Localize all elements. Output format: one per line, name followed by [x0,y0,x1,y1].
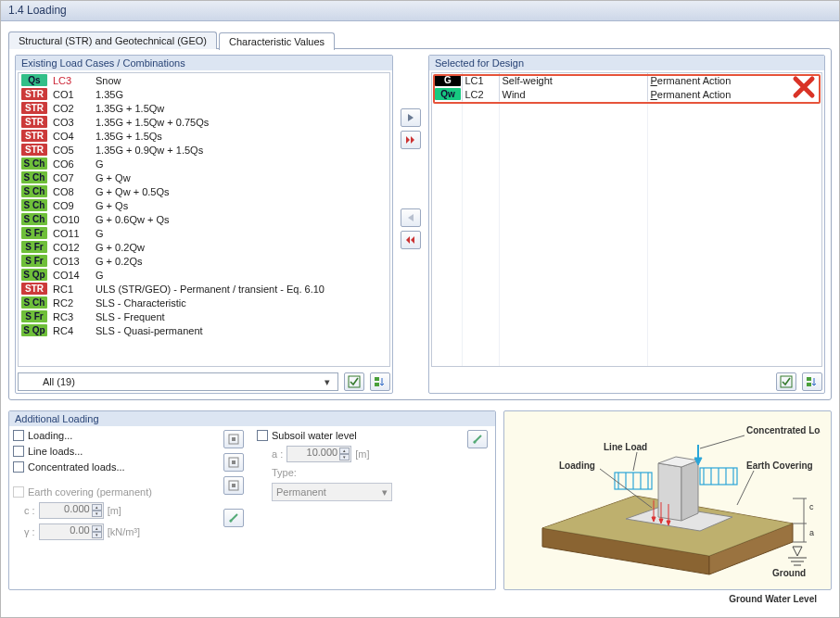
illus-a-label: a [809,528,814,537]
list-item[interactable]: QwLC2WindPermanent Action [432,87,821,101]
svg-marker-19 [658,463,681,521]
remove-all-button[interactable] [401,231,421,249]
edit-subsoil-button[interactable] [467,430,488,448]
svg-rect-0 [349,376,360,387]
list-item[interactable]: S ChCO8G + Qw + 0.5Qs [19,184,389,198]
edit-earth-covering-button[interactable] [223,509,244,527]
list-item[interactable]: STRCO31.35G + 1.5Qw + 0.75Qs [19,115,389,129]
edit-conc-loads-button[interactable] [223,476,244,495]
loading-label: Loading... [28,430,72,441]
svg-marker-47 [793,547,802,556]
illus-gwl-label1: Ground [772,568,806,578]
list-item-empty [432,115,821,129]
tab-characteristic-values[interactable]: Characteristic Values [219,32,335,50]
move-buttons-column [399,55,423,394]
list-item-empty [432,226,821,240]
list-item-empty [432,101,821,115]
svg-point-13 [474,441,477,444]
add-one-button[interactable] [401,108,421,127]
list-item-empty [432,240,821,254]
list-item[interactable]: S FrRC3SLS - Frequent [19,309,389,323]
loading-window: 1.4 Loading Structural (STR) and Geotech… [0,0,840,618]
list-item[interactable]: S ChRC2SLS - Characteristic [19,296,389,309]
svg-line-52 [633,452,637,471]
list-item[interactable]: S FrCO11G [19,226,389,240]
list-item[interactable]: GLC1Self-weightPermanent Action [432,73,821,87]
subsoil-label: Subsoil water level [272,430,357,441]
list-item[interactable]: S ChCO9G + Qs [19,198,389,212]
svg-line-51 [700,435,745,448]
select-all-selected-button[interactable] [776,372,796,391]
gamma-label: γ : [24,526,35,537]
chevron-down-icon: ▾ [382,486,388,498]
tab-strip: Structural (STR) and Geotechnical (GEO) … [8,29,832,49]
subsoil-checkbox[interactable] [257,430,268,441]
filter-dropdown[interactable]: All (19) ▾ [18,372,338,391]
gamma-input[interactable]: 0.00▴▾ [39,523,104,540]
svg-rect-3 [781,376,792,387]
list-item-empty [432,351,821,365]
existing-list[interactable]: QsLC3SnowSTRCO11.35GSTRCO21.35G + 1.5QwS… [18,72,390,367]
list-item[interactable]: S QpRC4SLS - Quasi-permanent [19,323,389,337]
list-item-empty [432,170,821,184]
svg-rect-2 [375,383,379,386]
list-item[interactable]: QsLC3Snow [19,73,389,87]
type-select[interactable]: Permanent▾ [272,483,392,501]
list-item[interactable]: STRCO21.35G + 1.5Qw [19,101,389,115]
list-item[interactable]: S FrCO12G + 0.2Qw [19,240,389,254]
remove-one-button[interactable] [401,208,421,227]
loading-checkbox[interactable] [13,430,24,441]
additional-loading-group: Additional Loading Loading... Line loads… [8,410,496,590]
filter-dropdown-text: All (19) [43,376,321,387]
line-loads-checkbox[interactable] [13,446,24,457]
existing-group-title: Existing Load Cases / Combinations [16,56,392,70]
list-item[interactable]: S ChCO10G + 0.6Qw + Qs [19,212,389,226]
list-item-empty [432,268,821,282]
illus-conc-load-label: Concentrated Load [746,425,821,435]
illus-c-label: c [809,502,814,511]
list-item-empty [432,296,821,309]
selected-group-title: Selected for Design [429,56,824,70]
conc-loads-checkbox[interactable] [13,461,24,473]
line-loads-label: Line loads... [28,446,83,457]
list-item[interactable]: STRRC1ULS (STR/GEO) - Permanent / transi… [19,282,389,296]
list-item[interactable]: S ChCO7G + Qw [19,170,389,184]
svg-marker-20 [681,460,698,521]
c-label: c : [24,505,35,516]
svg-rect-4 [807,377,811,381]
list-item-empty [432,184,821,198]
edit-loading-button[interactable] [223,430,244,448]
add-all-button[interactable] [401,131,421,149]
list-item-empty [432,212,821,226]
existing-load-cases-group: Existing Load Cases / Combinations QsLC3… [15,55,393,394]
sort-existing-button[interactable] [370,372,390,391]
earth-covering-label: Earth covering (permanent) [28,486,152,498]
list-item-empty [432,129,821,143]
a-input[interactable]: 10.000▴▾ [286,446,351,462]
additional-loading-title: Additional Loading [9,411,495,426]
svg-line-54 [737,471,754,505]
sort-selected-button[interactable] [802,372,822,391]
selected-list[interactable]: GLC1Self-weightPermanent ActionQwLC2Wind… [431,72,822,367]
type-label: Type: [272,467,297,478]
illus-earth-cov-label: Earth Covering [746,460,813,471]
list-item[interactable]: S FrCO13G + 0.2Qs [19,254,389,268]
svg-rect-5 [807,383,811,386]
c-input[interactable]: 0.000▴▾ [39,502,104,519]
list-item[interactable]: STRCO41.35G + 1.5Qs [19,129,389,143]
list-item[interactable]: S ChCO6G [19,157,389,170]
svg-rect-11 [232,484,235,487]
edit-line-loads-button[interactable] [223,453,244,472]
list-item[interactable]: S QpCO14G [19,268,389,282]
a-unit: [m] [355,448,369,460]
list-item-empty [432,309,821,323]
earth-covering-checkbox[interactable] [13,486,24,498]
content-area: Structural (STR) and Geotechnical (GEO) … [1,21,839,598]
list-item[interactable]: STRCO51.35G + 0.9Qw + 1.5Qs [19,143,389,157]
select-all-existing-button[interactable] [344,372,364,391]
list-item-empty [432,337,821,351]
tab-str-geo[interactable]: Structural (STR) and Geotechnical (GEO) [8,32,217,49]
list-item[interactable]: STRCO11.35G [19,87,389,101]
conc-loads-label: Concentrated loads... [28,461,125,473]
a-label: a : [272,448,283,460]
